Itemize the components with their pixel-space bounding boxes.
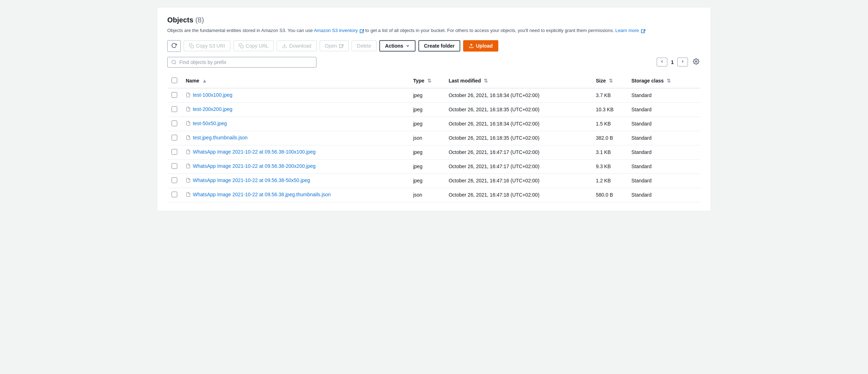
actions-button[interactable]: Actions (379, 40, 415, 52)
prev-page-button[interactable] (657, 58, 667, 66)
row-checkbox[interactable] (172, 177, 177, 183)
gear-icon (693, 58, 699, 65)
copy-s3-uri-button[interactable]: Copy S3 URI (184, 41, 230, 51)
file-icon (186, 121, 191, 126)
row-checkbox-cell (167, 145, 181, 159)
row-checkbox-cell (167, 117, 181, 131)
svg-rect-0 (191, 46, 194, 48)
row-size: 9.3 KB (592, 159, 627, 173)
table-row: WhatsApp Image 2021-10-22 at 09.56.38-50… (167, 173, 701, 188)
row-type: json (409, 188, 444, 202)
row-size: 1.5 KB (592, 117, 627, 131)
row-name: WhatsApp Image 2021-10-22 at 09.56.38-50… (181, 173, 409, 188)
file-icon (186, 92, 191, 98)
row-checkbox-cell (167, 88, 181, 103)
row-storage: Standard (627, 131, 701, 145)
svg-point-4 (172, 60, 175, 64)
file-link[interactable]: test-200x200.jpeg (186, 106, 232, 112)
row-name: WhatsApp Image 2021-10-22 at 09.56.38-10… (181, 145, 409, 159)
learn-more-link[interactable]: Learn more (615, 28, 645, 33)
file-icon (186, 149, 191, 155)
create-folder-button[interactable]: Create folder (418, 40, 460, 52)
type-sort-icon: ⇅ (427, 78, 432, 84)
table-row: test-50x50.jpeg jpeg October 26, 2021, 1… (167, 117, 701, 131)
row-checkbox[interactable] (172, 106, 177, 112)
size-sort-icon: ⇅ (609, 78, 613, 84)
s3-inventory-link[interactable]: Amazon S3 inventory (314, 28, 365, 33)
upload-icon (469, 43, 474, 48)
select-all-checkbox[interactable] (172, 78, 177, 83)
file-link[interactable]: WhatsApp Image 2021-10-22 at 09.56.38-50… (186, 177, 310, 183)
file-link[interactable]: WhatsApp Image 2021-10-22 at 09.56.38-20… (186, 163, 316, 169)
col-header-modified[interactable]: Last modified ⇅ (444, 74, 592, 88)
file-icon (186, 106, 191, 112)
table-row: WhatsApp Image 2021-10-22 at 09.56.38-10… (167, 145, 701, 159)
download-button[interactable]: Download (277, 41, 316, 51)
refresh-button[interactable] (167, 40, 181, 52)
storage-sort-icon: ⇅ (667, 78, 671, 84)
table-settings-button[interactable] (691, 57, 701, 67)
row-checkbox[interactable] (172, 121, 177, 126)
table-row: WhatsApp Image 2021-10-22 at 09.56.38.jp… (167, 188, 701, 202)
row-checkbox[interactable] (172, 135, 177, 140)
row-modified: October 26, 2021, 16:47:17 (UTC+02:00) (444, 145, 592, 159)
row-checkbox-cell (167, 173, 181, 188)
col-header-size[interactable]: Size ⇅ (592, 74, 627, 88)
download-icon (282, 43, 287, 48)
table-header-row: Name ▲ Type ⇅ Last modified ⇅ Size ⇅ Sto… (167, 74, 701, 88)
next-page-button[interactable] (677, 58, 688, 66)
open-external-icon (339, 44, 343, 48)
file-icon (186, 192, 191, 197)
file-link[interactable]: WhatsApp Image 2021-10-22 at 09.56.38.jp… (186, 192, 331, 197)
row-size: 10.3 KB (592, 102, 627, 117)
delete-button[interactable]: Delete (352, 41, 376, 51)
chevron-left-icon (660, 59, 664, 64)
col-header-type[interactable]: Type ⇅ (409, 74, 444, 88)
file-icon (186, 135, 191, 140)
row-type: json (409, 131, 444, 145)
row-checkbox-cell (167, 188, 181, 202)
svg-point-6 (695, 61, 697, 63)
search-row: 1 (167, 57, 701, 68)
learn-more-external-icon (641, 29, 645, 33)
row-size: 3.7 KB (592, 88, 627, 103)
row-type: jpeg (409, 117, 444, 131)
col-header-name[interactable]: Name ▲ (181, 74, 409, 88)
row-checkbox[interactable] (172, 163, 177, 169)
row-storage: Standard (627, 102, 701, 117)
upload-button[interactable]: Upload (463, 40, 498, 52)
row-checkbox[interactable] (172, 192, 177, 197)
external-link-icon (360, 29, 364, 33)
row-size: 3.1 KB (592, 145, 627, 159)
row-storage: Standard (627, 188, 701, 202)
file-link[interactable]: WhatsApp Image 2021-10-22 at 09.56.38-10… (186, 149, 316, 155)
row-checkbox[interactable] (172, 92, 177, 98)
objects-panel: Objects (8) Objects are the fundamental … (157, 7, 711, 211)
row-modified: October 26, 2021, 16:18:35 (UTC+02:00) (444, 131, 592, 145)
name-sort-icon: ▲ (202, 78, 207, 84)
row-storage: Standard (627, 145, 701, 159)
copy-icon-url (239, 43, 244, 48)
row-size: 382.0 B (592, 131, 627, 145)
file-link[interactable]: test.jpeg.thumbnails.json (186, 135, 248, 140)
row-name: WhatsApp Image 2021-10-22 at 09.56.38.jp… (181, 188, 409, 202)
row-type: jpeg (409, 102, 444, 117)
file-link[interactable]: test-50x50.jpeg (186, 121, 227, 126)
col-header-storage[interactable]: Storage class ⇅ (627, 74, 701, 88)
toolbar: Copy S3 URI Copy URL Download Open (167, 40, 701, 52)
pagination: 1 (657, 57, 701, 67)
search-input[interactable] (179, 59, 313, 65)
open-button[interactable]: Open (320, 41, 349, 51)
copy-url-button[interactable]: Copy URL (233, 41, 274, 51)
page-number: 1 (671, 59, 674, 65)
copy-icon-s3uri (189, 43, 194, 48)
actions-chevron-icon (406, 44, 410, 48)
row-modified: October 26, 2021, 16:47:18 (UTC+02:00) (444, 188, 592, 202)
row-checkbox[interactable] (172, 149, 177, 155)
row-name: test-50x50.jpeg (181, 117, 409, 131)
svg-rect-1 (240, 46, 243, 48)
row-size: 580.0 B (592, 188, 627, 202)
select-all-header (167, 74, 181, 88)
file-link[interactable]: test-100x100.jpeg (186, 92, 232, 98)
row-size: 1.2 KB (592, 173, 627, 188)
